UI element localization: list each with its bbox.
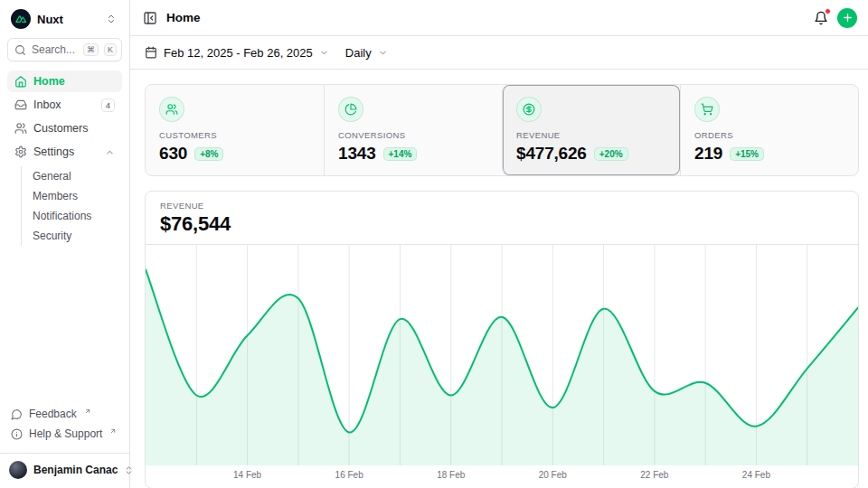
chevrons-up-down-icon[interactable] (104, 12, 118, 26)
sidebar-item-home[interactable]: Home (7, 70, 122, 92)
sidebar-item-label: Customers (33, 122, 115, 135)
chart-x-axis-labels: 14 Feb16 Feb18 Feb20 Feb22 Feb24 Feb (146, 465, 858, 485)
add-button[interactable] (837, 8, 857, 28)
stat-card-customers[interactable]: CUSTOMERS 630 +8% (146, 85, 324, 175)
users-icon (14, 122, 27, 135)
avatar (9, 461, 27, 479)
notification-dot (825, 8, 831, 14)
stats-row: CUSTOMERS 630 +8% CONVERSIONS 1343 +14% (145, 84, 859, 176)
inbox-count-badge: 4 (101, 99, 115, 112)
content: CUSTOMERS 630 +8% CONVERSIONS 1343 +14% (130, 70, 868, 488)
x-tick-label: 14 Feb (233, 470, 261, 480)
stat-delta-badge: +15% (730, 147, 764, 161)
help-support-label: Help & Support (29, 427, 102, 440)
stat-value: 1343 (338, 144, 376, 164)
workspace-name: Nuxt (37, 13, 98, 26)
stat-delta-badge: +20% (594, 147, 628, 161)
search-icon (14, 44, 26, 56)
calendar-icon (145, 46, 157, 59)
sidebar-item-label: Inbox (33, 99, 95, 111)
chevron-down-icon (319, 48, 329, 58)
x-tick-label: 22 Feb (640, 470, 668, 480)
stat-delta-badge: +8% (194, 147, 223, 161)
sidebar-item-general[interactable]: General (33, 166, 122, 186)
kbd-k: K (104, 43, 117, 57)
user-name: Benjamin Canac (33, 464, 118, 476)
granularity-label: Daily (345, 46, 372, 60)
granularity-select[interactable]: Daily (345, 46, 388, 60)
stat-card-orders[interactable]: ORDERS 219 +15% (680, 85, 858, 175)
chart-header: REVENUE $76,544 (146, 192, 858, 245)
chart-title: REVENUE (160, 201, 844, 211)
sidebar-item-notifications[interactable]: Notifications (33, 206, 122, 226)
stat-value: $477,626 (516, 144, 587, 164)
stat-card-revenue[interactable]: REVENUE $477,626 +20% (502, 85, 680, 175)
notifications-button[interactable] (812, 9, 830, 27)
cart-icon (694, 97, 720, 122)
home-icon (14, 75, 27, 88)
collapse-sidebar-button[interactable] (141, 9, 159, 27)
external-link-icon (109, 427, 117, 435)
stat-label: ORDERS (694, 130, 844, 140)
x-tick-label: 16 Feb (335, 470, 363, 480)
stat-label: REVENUE (516, 130, 666, 140)
info-icon (11, 428, 23, 440)
stat-delta-badge: +14% (383, 147, 418, 161)
panel-left-close-icon (143, 11, 157, 25)
revenue-area-chart[interactable] (146, 245, 858, 465)
sidebar-item-inbox[interactable]: Inbox 4 (7, 94, 122, 116)
revenue-chart-card: REVENUE $76,544 14 Feb16 Feb18 Feb20 Feb… (145, 191, 859, 488)
x-tick-label: 24 Feb (742, 470, 770, 480)
feedback-label: Feedback (29, 408, 77, 420)
stat-value: 219 (694, 144, 722, 164)
filter-toolbar: Feb 12, 2025 - Feb 26, 2025 Daily (130, 36, 868, 70)
sidebar-item-security[interactable]: Security (33, 226, 122, 246)
main-area: Home Feb 12, 2025 - Feb 26, 2025 Daily (130, 0, 868, 488)
sidebar-item-label: Settings (33, 145, 99, 158)
stat-label: CUSTOMERS (159, 130, 310, 140)
external-link-icon (84, 408, 91, 415)
stat-value: 630 (159, 144, 187, 164)
chart-current-value: $76,544 (160, 212, 844, 236)
workspace-switcher[interactable]: Nuxt (7, 7, 122, 31)
chevron-down-icon (378, 48, 388, 58)
help-support-link[interactable]: Help & Support (7, 424, 122, 444)
inbox-icon (14, 99, 27, 111)
settings-subnav: General Members Notifications Security (21, 166, 122, 246)
sidebar-item-customers[interactable]: Customers (7, 117, 122, 139)
feedback-link[interactable]: Feedback (7, 404, 122, 424)
gear-icon (14, 145, 27, 158)
users-icon (159, 97, 184, 122)
nuxt-logo-icon (11, 9, 31, 29)
user-menu[interactable]: Benjamin Canac (0, 453, 129, 481)
search-input[interactable] (32, 43, 78, 56)
page-title: Home (166, 11, 201, 24)
app-window: Nuxt ⌘ K Home Inbox 4 Customers (0, 0, 868, 488)
pie-chart-icon (338, 97, 363, 122)
sidebar-item-settings[interactable]: Settings (7, 141, 122, 163)
x-tick-label: 18 Feb (437, 470, 465, 480)
dollar-circle-icon (516, 97, 542, 122)
message-icon (11, 408, 23, 420)
chevron-up-icon (105, 147, 115, 157)
sidebar: Nuxt ⌘ K Home Inbox 4 Customers (0, 0, 130, 488)
date-range-label: Feb 12, 2025 - Feb 26, 2025 (164, 46, 313, 60)
date-range-picker[interactable]: Feb 12, 2025 - Feb 26, 2025 (145, 46, 329, 60)
sidebar-item-members[interactable]: Members (33, 186, 122, 206)
x-tick-label: 20 Feb (539, 470, 567, 480)
sidebar-nav: Home Inbox 4 Customers Settings General (7, 70, 122, 404)
stat-label: CONVERSIONS (338, 130, 488, 140)
stat-card-conversions[interactable]: CONVERSIONS 1343 +14% (324, 85, 502, 175)
sidebar-footer: Feedback Help & Support (7, 404, 122, 444)
topbar: Home (130, 0, 868, 36)
kbd-cmd: ⌘ (83, 43, 99, 57)
search-input-wrap: ⌘ K (7, 38, 122, 61)
plus-icon (842, 12, 854, 23)
sidebar-item-label: Home (33, 75, 115, 88)
